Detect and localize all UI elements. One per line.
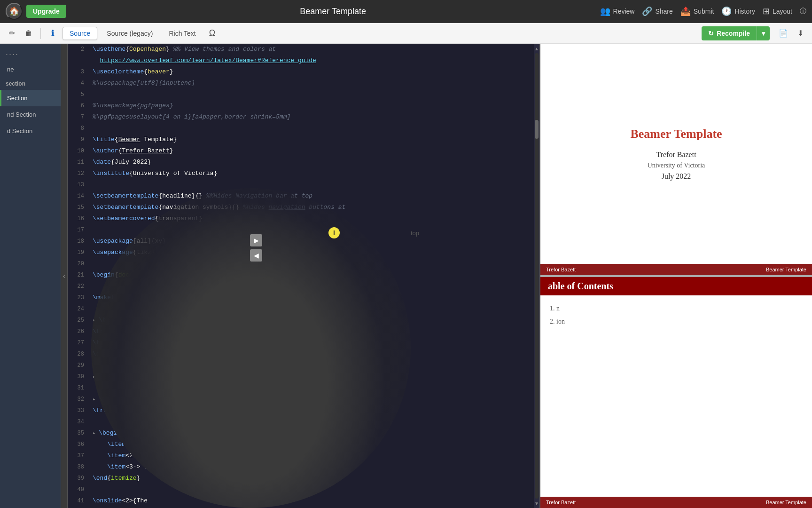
code-line-6: 6 %\usepackage{pgfpages} bbox=[68, 100, 534, 111]
code-line-38: 38 \item<3-> Track Changes bbox=[68, 461, 534, 473]
toc-item-2: 2. ion bbox=[550, 318, 803, 325]
code-line-9: 9 \title{Beamer Template} bbox=[68, 134, 534, 145]
navbar-actions: 👥 Review 🔗 Share 📤 Submit 🕐 History ⊞ La… bbox=[600, 6, 806, 16]
upgrade-button[interactable]: Upgrade bbox=[26, 5, 66, 18]
submit-label: Submit bbox=[694, 8, 714, 15]
history-label: History bbox=[734, 8, 755, 15]
slide-author: Trefor Bazett bbox=[656, 151, 696, 159]
sidebar-item-section[interactable]: Section bbox=[0, 90, 61, 106]
code-line-2b: https://www.overleaf.com/learn/latex/Bea… bbox=[68, 55, 534, 66]
refresh-icon: ↻ bbox=[708, 30, 714, 37]
editor-scrollbar[interactable]: ▲ ▼ bbox=[534, 44, 539, 508]
scrollbar-track[interactable] bbox=[535, 53, 539, 499]
code-line-40: 40 bbox=[68, 484, 534, 495]
toc-title-partial: able of Contents bbox=[548, 281, 613, 291]
slide-date: July 2022 bbox=[662, 172, 691, 181]
tab-source[interactable]: Source bbox=[62, 27, 97, 40]
tab-source-legacy[interactable]: Source (legacy) bbox=[100, 27, 159, 40]
document-title: Beamer Template bbox=[70, 7, 596, 16]
slide-1-container: Beamer Template Trefor Bazett University… bbox=[540, 44, 812, 275]
code-line-2: 2 \usetheme{Copenhagen} %% View themes a… bbox=[68, 44, 534, 55]
trash-button[interactable]: 🗑 bbox=[22, 26, 36, 40]
recompile-button[interactable]: ↻ Recompile ▾ bbox=[702, 26, 770, 40]
share-icon: 🔗 bbox=[642, 6, 652, 16]
code-line-14: 14 \setbeamertemplate{headline}{} %%Hide… bbox=[68, 190, 534, 202]
layout-label: Layout bbox=[773, 8, 792, 15]
code-line-27: 27 \tableofcontents bbox=[68, 337, 534, 349]
code-line-16: 16 \setbeamercovered{transparent} bbox=[68, 213, 534, 224]
top-label: top bbox=[411, 230, 419, 237]
preview-nav-wrapper: ▶ ◀ bbox=[250, 234, 262, 262]
share-button[interactable]: 🔗 Share bbox=[642, 6, 672, 16]
slide-toc-body: 1. n 2. ion bbox=[540, 295, 812, 497]
code-line-10: 10 \author{Trefor Bazett} bbox=[68, 145, 534, 157]
submit-icon: 📤 bbox=[680, 6, 691, 16]
preview-nav-next[interactable]: ▶ bbox=[250, 234, 262, 246]
info-icon: ⓘ bbox=[800, 7, 806, 16]
recompile-dropdown[interactable]: ▾ bbox=[757, 26, 770, 40]
slide-2-container: able of Contents 1. n 2. ion Trefor Baze… bbox=[540, 277, 812, 508]
recompile-label: Recompile bbox=[717, 30, 750, 37]
code-line-12: 12 \institute{University of Victoria} bbox=[68, 168, 534, 179]
code-line-8: 8 bbox=[68, 123, 534, 134]
home-button[interactable]: 🏠 bbox=[6, 3, 23, 20]
toolbar-divider bbox=[40, 28, 41, 39]
code-line-13: 13 bbox=[68, 179, 534, 190]
layout-button[interactable]: ⊞ Layout bbox=[763, 6, 792, 16]
download-button[interactable]: ⬇ bbox=[793, 26, 807, 40]
code-line-35: 35 ▸ \begin{itemize} bbox=[68, 428, 534, 439]
code-line-26: 26 \frametitle{Table of Contents} bbox=[68, 326, 534, 337]
recompile-main: ↻ Recompile bbox=[702, 26, 757, 40]
code-line-17: 17 bbox=[68, 224, 534, 236]
slide-toc-header-bar: able of Contents bbox=[540, 277, 812, 295]
code-line-11: 11 \date{July 2022} bbox=[68, 157, 534, 168]
scrollbar-up[interactable]: ▲ bbox=[534, 45, 539, 52]
code-line-25: 25 ▸ \begin{frame} bbox=[68, 315, 534, 326]
slide-1: Beamer Template Trefor Bazett University… bbox=[540, 44, 812, 275]
preview-area: Beamer Template Trefor Bazett University… bbox=[539, 44, 812, 508]
slide-1-footer: Trefor Bazett Beamer Template bbox=[540, 264, 812, 275]
code-line-39: 39 \end{itemize} bbox=[68, 473, 534, 484]
navbar: 🏠 Upgrade Beamer Template 👥 Review 🔗 Sha… bbox=[0, 0, 812, 23]
code-line-18: 18 \usepackage[all]{xy} bbox=[68, 236, 534, 247]
code-line-23: 23 \maketitle bbox=[68, 292, 534, 303]
review-button[interactable]: 👥 Review bbox=[600, 6, 635, 16]
slide-2-footer-left: Trefor Bazett bbox=[546, 500, 576, 505]
sidebar-collapse-button[interactable]: ‹ bbox=[61, 44, 68, 508]
sidebar-item-3rd-section[interactable]: d Section bbox=[0, 123, 61, 139]
slide-title-page: Beamer Template Trefor Bazett University… bbox=[540, 44, 812, 264]
code-line-28: 28 \end{frame} bbox=[68, 349, 534, 360]
cursor-indicator: I bbox=[328, 227, 340, 238]
review-icon: 👥 bbox=[600, 6, 610, 16]
editor-area: 2 \usetheme{Copenhagen} %% View themes a… bbox=[68, 44, 539, 508]
history-button[interactable]: 🕐 History bbox=[721, 6, 755, 16]
sidebar-item-2nd-section[interactable]: nd Section bbox=[0, 106, 61, 123]
collapse-icon: ‹ bbox=[63, 272, 65, 280]
sidebar-item-ne[interactable]: ne bbox=[0, 61, 61, 78]
code-line-21: 21 \begin{document} bbox=[68, 270, 534, 281]
layout-icon: ⊞ bbox=[763, 6, 770, 16]
scrollbar-down[interactable]: ▼ bbox=[534, 500, 539, 507]
file-button[interactable]: 📄 bbox=[776, 26, 790, 40]
submit-button[interactable]: 📤 Submit bbox=[680, 6, 714, 16]
pencil-button[interactable]: ✏ bbox=[5, 26, 19, 40]
code-line-31: 31 bbox=[68, 382, 534, 394]
slide-footer-right: Beamer Template bbox=[766, 267, 806, 272]
omega-symbol[interactable]: Ω bbox=[205, 26, 219, 40]
info-icon-button[interactable]: ℹ bbox=[46, 26, 60, 40]
slide-institute: University of Victoria bbox=[648, 162, 705, 169]
slide-2: able of Contents 1. n 2. ion Trefor Baze… bbox=[540, 277, 812, 508]
code-line-3: 3 \usecolortheme{beaver} bbox=[68, 66, 534, 78]
editor-content[interactable]: 2 \usetheme{Copenhagen} %% View themes a… bbox=[68, 44, 534, 508]
tab-rich-text[interactable]: Rich Text bbox=[162, 27, 202, 40]
preview-nav-prev[interactable]: ◀ bbox=[250, 249, 262, 262]
scrollbar-thumb[interactable] bbox=[535, 120, 539, 139]
code-line-29: 29 bbox=[68, 360, 534, 371]
sidebar: .... ne section Section nd Section d Sec… bbox=[0, 44, 61, 508]
info-button[interactable]: ⓘ bbox=[800, 7, 806, 16]
code-line-33: 33 \frametitle{Overleaf Features} bbox=[68, 405, 534, 416]
code-line-34: 34 bbox=[68, 416, 534, 428]
toc-item-1: 1. n bbox=[550, 305, 803, 312]
code-line-36: 36 \item<1-> Collaborate bbox=[68, 439, 534, 450]
slide-2-footer-right: Beamer Template bbox=[766, 500, 806, 505]
